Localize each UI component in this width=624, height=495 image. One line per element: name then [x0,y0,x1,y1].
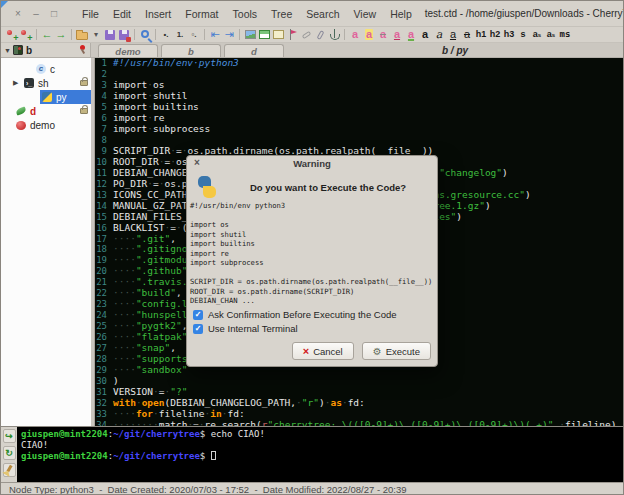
execute-button[interactable]: ⚙ Execute [362,342,431,360]
checkbox-label: Use Internal Terminal [208,323,298,334]
tab-b[interactable]: b [161,44,221,57]
leaf-node-icon [15,106,26,115]
menu-search[interactable]: Search [299,8,346,20]
tree-item-d[interactable]: d [1,104,91,118]
add-subnode-icon[interactable] [19,27,33,43]
tree-item-demo[interactable]: demo [1,118,91,132]
indent-right-icon[interactable]: ⇥ [222,27,236,43]
bg-style-icon[interactable]: a [404,27,418,43]
terminal-insert-icon[interactable]: ↪ [3,429,16,443]
insert-link-icon[interactable] [299,27,313,43]
code-line: 1#!/usr/bin/env·python3 [95,58,623,69]
line-number: 30 [95,376,110,387]
code-line: 34········match·=·re.search(r"cherrytree… [95,420,623,426]
menu-format[interactable]: Format [178,8,225,20]
minimize-button[interactable]: – [27,8,45,19]
add-node-icon[interactable] [5,27,19,43]
menu-insert[interactable]: Insert [138,8,178,20]
bold-icon[interactable]: a [418,27,432,43]
h2-icon[interactable]: h2 [488,27,502,43]
fg-style-icon[interactable]: a [390,27,404,43]
menu-tree[interactable]: Tree [264,8,299,20]
remove-format-icon[interactable]: a [376,27,390,43]
tree-item-py[interactable]: py [1,90,91,104]
c-node-icon: c [36,64,46,74]
line-number: 21 [95,277,110,288]
tree-item-label: c [50,64,55,75]
small-icon[interactable]: s [516,27,530,43]
line-number: 6 [95,113,110,124]
line-number: 16 [95,223,110,234]
insert-anchor-icon[interactable] [327,27,341,43]
h3-icon[interactable]: h3 [502,27,516,43]
cherry-node-icon [16,121,26,130]
tab-d[interactable]: d [224,44,284,57]
close-icon[interactable]: × [194,157,200,168]
italic-icon[interactable]: a [432,27,446,43]
menu-view[interactable]: View [347,8,384,20]
window-corner-accent [1,1,8,8]
execute-warning-dialog: × Warning Do you want to Execute the Cod… [186,155,438,367]
save-as-icon[interactable] [117,27,131,43]
edit-link-icon[interactable] [313,27,327,43]
tree-item-c[interactable]: cc [1,62,91,76]
menu-edit[interactable]: Edit [106,8,138,20]
checkbox-ask-confirmation[interactable]: ✓Ask Confirmation Before Executing the C… [193,309,437,320]
underline-icon[interactable]: a [446,27,460,43]
indent-left-icon[interactable]: ⇤ [208,27,222,43]
terminal-restart-icon[interactable]: ↻ [3,446,16,460]
todo-list-icon[interactable]: ▫. [187,27,201,43]
cancel-button[interactable]: × Cancel [292,342,354,360]
line-number: 15 [95,212,110,223]
toolbar-separator [204,29,205,40]
chevron-right-icon: ▶ [13,79,22,87]
terminal[interactable]: giuspen@mint2204:~/git/cherrytree$ echo … [17,427,623,482]
line-number: 23 [95,299,110,310]
tree-root-row[interactable]: ▼ b [1,43,91,57]
toolbar-separator [239,29,240,40]
go-back-icon[interactable]: ← [40,27,54,43]
terminal-clear-broom-icon[interactable] [3,463,16,477]
code-preview-line: import shutil [190,230,435,240]
menu-file[interactable]: File [75,8,106,20]
subscript-icon[interactable]: as [544,27,558,43]
numbered-list-icon[interactable]: 1. [173,27,187,43]
maximize-button[interactable]: □ [45,8,63,19]
code-preview-line [190,268,435,278]
menu-bar: FileEditInsertFormatToolsTreeSearchViewH… [75,8,419,20]
lock-icon [80,80,88,86]
toolbar-separator [134,29,135,40]
line-number: 7 [95,124,110,135]
open-dropdown-icon[interactable]: ▾ [89,27,103,43]
insert-codebox-icon[interactable] [271,27,285,43]
terminal-cursor [211,451,216,460]
find-icon[interactable] [138,27,152,43]
chevron-down-icon[interactable]: ▼ [4,47,11,54]
insert-flag-icon[interactable] [285,27,299,43]
menu-help[interactable]: Help [383,8,419,20]
monospace-icon[interactable]: ms [558,27,572,43]
go-forward-icon[interactable]: → [54,27,68,43]
code-preview-line: #!/usr/bin/env python3 [190,201,435,211]
open-file-icon[interactable] [75,27,89,43]
line-number: 14 [95,201,110,212]
line-number: 33 [95,409,110,420]
fg-color-icon[interactable]: a [348,27,362,43]
dialog-title-bar: × Warning [187,156,437,171]
line-number: 4 [95,91,110,102]
h1-icon[interactable]: h1 [474,27,488,43]
save-icon[interactable] [103,27,117,43]
tab-demo[interactable]: demo [98,44,158,57]
insert-image-icon[interactable] [243,27,257,43]
line-number: 12 [95,179,110,190]
checkbox-use-internal-terminal[interactable]: ✓Use Internal Terminal [193,323,437,334]
menu-tools[interactable]: Tools [226,8,265,20]
superscript-icon[interactable]: as [530,27,544,43]
bullet-list-icon[interactable]: •. [159,27,173,43]
bg-color-icon[interactable]: a [362,27,376,43]
insert-table-icon[interactable] [257,27,271,43]
code-preview-line [190,211,435,221]
tree-item-sh[interactable]: ▶›_sh [1,76,91,90]
strikethrough-icon[interactable]: a [460,27,474,43]
close-button[interactable]: × [9,8,27,19]
